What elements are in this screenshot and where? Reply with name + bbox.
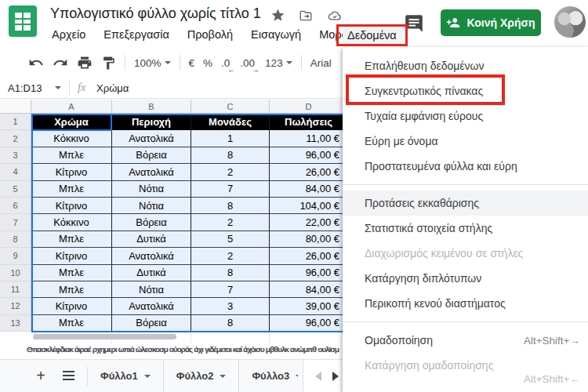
cell[interactable]: Νότια bbox=[112, 198, 191, 214]
cell[interactable]: 96,00 € bbox=[270, 147, 343, 164]
select-all-corner[interactable] bbox=[0, 100, 31, 114]
menu-item-περικοπή-κενού-διαστήματος[interactable]: Περικοπή κενού διαστήματος bbox=[343, 291, 588, 316]
increase-decimal-button[interactable]: .00→ bbox=[240, 57, 256, 69]
row-header-7[interactable]: 7 bbox=[0, 214, 31, 230]
row-header-3[interactable]: 3 bbox=[0, 147, 31, 164]
cell[interactable]: 2 bbox=[191, 248, 270, 264]
cell[interactable]: 22,00 € bbox=[270, 214, 343, 230]
column-header-B[interactable]: B bbox=[112, 100, 191, 114]
cell[interactable]: 80,00 € bbox=[270, 231, 343, 248]
cell[interactable]: 8 bbox=[191, 198, 270, 214]
row-header-5[interactable]: 5 bbox=[0, 181, 31, 198]
menu-item-στατιστικά-στοιχεία-στήλης[interactable]: Στατιστικά στοιχεία στήλης bbox=[343, 216, 588, 241]
cell[interactable]: 8 bbox=[191, 315, 270, 332]
menu-item-προστατευμένα-φύλλα-και-εύρη[interactable]: Προστατευμένα φύλλα και εύρη bbox=[343, 154, 588, 179]
font-select[interactable]: Arial bbox=[310, 57, 332, 69]
cell[interactable]: 104,00 € bbox=[270, 198, 343, 214]
format-currency-button[interactable]: € bbox=[189, 57, 195, 69]
menu-item-εύρη-με-όνομα[interactable]: Εύρη με όνομα bbox=[343, 129, 588, 154]
star-icon[interactable] bbox=[270, 8, 285, 23]
sheet-tab-Φύλλο2[interactable]: Φύλλο2 bbox=[164, 360, 240, 392]
row-header-10[interactable]: 10 bbox=[0, 265, 31, 281]
sheet-tab-Φύλλο3[interactable]: Φύλλο3 bbox=[239, 360, 298, 392]
print-icon[interactable] bbox=[77, 55, 93, 71]
row-header-12[interactable]: 12 bbox=[0, 298, 31, 314]
cell[interactable]: Μπλε bbox=[31, 147, 112, 164]
sheet-tab-Φύλλο1[interactable]: Φύλλο1 bbox=[88, 360, 164, 392]
cell[interactable]: 26,00 € bbox=[270, 164, 343, 180]
cell[interactable]: Κίτρινο bbox=[31, 248, 112, 264]
cloud-saved-icon[interactable] bbox=[326, 9, 343, 23]
cell[interactable]: 2 bbox=[191, 214, 270, 230]
cell[interactable]: Δυτικά bbox=[112, 265, 191, 281]
scroll-left-icon[interactable] bbox=[315, 372, 321, 381]
account-avatar[interactable] bbox=[554, 6, 586, 38]
cell[interactable]: 84,00 € bbox=[270, 181, 343, 198]
cell[interactable]: 7 bbox=[191, 281, 270, 298]
column-header-C[interactable]: C bbox=[191, 100, 270, 114]
menu-item-επαλήθευση-δεδομένων[interactable]: Επαλήθευση δεδομένων bbox=[343, 53, 588, 78]
row-header-4[interactable]: 4 bbox=[0, 164, 31, 180]
horizontal-scrollbar[interactable] bbox=[33, 334, 176, 339]
cell[interactable]: 96,00 € bbox=[270, 315, 343, 332]
move-to-folder-icon[interactable] bbox=[298, 9, 314, 23]
menu-item-συγκεντρωτικός-πίνακας[interactable]: Συγκεντρωτικός πίνακας bbox=[343, 78, 588, 103]
column-header-A[interactable]: A bbox=[31, 100, 112, 114]
row-header-1[interactable]: 1 bbox=[0, 114, 31, 130]
decrease-decimal-button[interactable]: .0← bbox=[221, 57, 231, 69]
share-button[interactable]: Κοινή Χρήση bbox=[441, 9, 541, 36]
menu-edit[interactable]: Επεξεργασία bbox=[102, 27, 171, 42]
more-formats-button[interactable]: 123 bbox=[265, 57, 292, 69]
menu-item-κατάργηση-διπλότυπων[interactable]: Κατάργηση διπλότυπων bbox=[343, 266, 588, 291]
cell[interactable]: Νότια bbox=[112, 181, 191, 198]
comments-icon[interactable] bbox=[404, 13, 424, 37]
all-sheets-icon[interactable] bbox=[63, 371, 74, 381]
cell[interactable]: 2 bbox=[191, 164, 270, 180]
add-sheet-button[interactable]: + bbox=[33, 367, 49, 385]
cell[interactable]: Μπλε bbox=[31, 231, 112, 248]
cell[interactable]: 26,00 € bbox=[270, 248, 343, 264]
cell[interactable]: Κόκκινο bbox=[31, 130, 112, 147]
row-header-6[interactable]: 6 bbox=[0, 198, 31, 214]
cell[interactable]: 11,00 € bbox=[270, 130, 343, 147]
menu-view[interactable]: Προβολή bbox=[186, 27, 234, 42]
cell[interactable]: Περιοχή bbox=[112, 114, 191, 130]
cell[interactable]: Βόρεια bbox=[112, 214, 191, 230]
cell[interactable]: 8 bbox=[191, 147, 270, 164]
redo-icon[interactable] bbox=[53, 55, 68, 71]
cell[interactable]: Κίτρινο bbox=[31, 164, 112, 180]
menu-item-ομαδοποίηση[interactable]: ΟμαδοποίησηAlt+Shift+→ bbox=[343, 328, 588, 353]
cell[interactable]: 5 bbox=[191, 231, 270, 248]
paint-format-icon[interactable] bbox=[101, 56, 116, 71]
cell[interactable]: 39,00 € bbox=[270, 298, 343, 314]
menu-item-προτάσεις-εκκαθάρισης[interactable]: Προτάσεις εκκαθάρισης bbox=[343, 191, 588, 216]
undo-icon[interactable] bbox=[28, 55, 44, 71]
cell[interactable]: 7 bbox=[191, 181, 270, 198]
row-header-11[interactable]: 11 bbox=[0, 281, 31, 298]
menu-file[interactable]: Αρχείο bbox=[50, 27, 87, 42]
menu-data[interactable]: Δεδομένα bbox=[343, 27, 403, 44]
cell[interactable]: 1 bbox=[191, 130, 270, 147]
cell[interactable]: Ανατολικά bbox=[112, 248, 191, 264]
row-header-13[interactable]: 13 bbox=[0, 315, 31, 332]
menu-insert[interactable]: Εισαγωγή bbox=[249, 27, 303, 42]
cell[interactable]: Μπλε bbox=[31, 265, 112, 281]
menu-item-τυχαία-εμφάνιση-εύρους[interactable]: Τυχαία εμφάνιση εύρους bbox=[343, 103, 588, 129]
cell[interactable]: 3 bbox=[191, 298, 270, 314]
row-header-9[interactable]: 9 bbox=[0, 248, 31, 264]
cell[interactable]: Βόρεια bbox=[112, 315, 191, 332]
cell[interactable]: Μπλε bbox=[31, 281, 112, 298]
row-header-8[interactable]: 8 bbox=[0, 231, 31, 248]
cell[interactable]: Μπλε bbox=[31, 315, 112, 332]
format-percent-button[interactable]: % bbox=[203, 57, 212, 69]
cell[interactable]: Πωλήσεις bbox=[270, 114, 343, 130]
cell[interactable]: Κίτρινο bbox=[31, 298, 112, 314]
cell[interactable]: Χρώμα bbox=[31, 114, 112, 130]
cell[interactable]: Κόκκινο bbox=[31, 214, 112, 230]
cell[interactable]: Νότια bbox=[112, 281, 191, 298]
sheets-logo-icon[interactable] bbox=[9, 5, 37, 37]
cell[interactable]: Ανατολικά bbox=[112, 164, 191, 180]
row-header-2[interactable]: 2 bbox=[0, 130, 31, 147]
cell[interactable]: Κίτρινο bbox=[31, 198, 112, 214]
document-title[interactable]: Υπολογιστικό φύλλο χωρίς τίτλο 1 bbox=[50, 5, 261, 22]
